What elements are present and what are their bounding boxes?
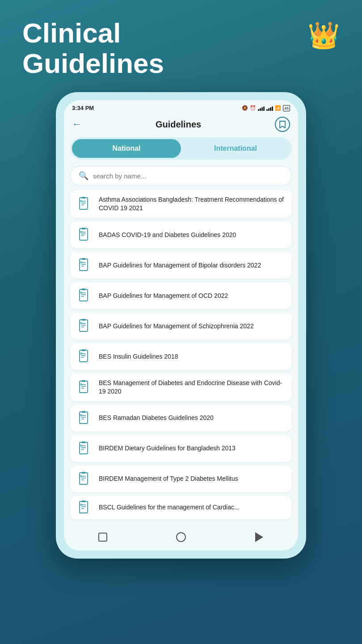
guideline-icon	[76, 257, 93, 273]
search-input[interactable]	[93, 172, 283, 180]
guideline-text: BAP Guidelines for Management of Bipolar…	[99, 261, 261, 270]
svg-rect-25	[82, 319, 85, 321]
guidelines-list: Asthma Associations Bangladesh: Treatmen…	[64, 190, 298, 525]
top-bar: ← Guidelines	[64, 114, 298, 137]
svg-rect-35	[80, 353, 82, 354]
svg-rect-48	[80, 442, 88, 454]
guideline-text: BAP Guidelines for Management of OCD 202…	[99, 292, 228, 300]
signal-bar-1	[258, 106, 265, 111]
svg-rect-53	[80, 445, 82, 446]
svg-rect-18	[80, 289, 88, 301]
list-item[interactable]: BAP Guidelines for Management of Bipolar…	[70, 252, 292, 279]
guideline-icon	[76, 379, 93, 395]
nav-back-button[interactable]	[253, 531, 265, 543]
guideline-text: BSCL Guidelines for the management of Ca…	[99, 503, 240, 512]
clock-icon: ⏰	[250, 105, 256, 111]
svg-rect-31	[82, 349, 85, 351]
svg-rect-65	[80, 504, 82, 505]
svg-rect-43	[82, 411, 85, 413]
svg-rect-54	[80, 473, 88, 484]
guideline-icon	[76, 227, 93, 243]
nav-home-button[interactable]	[97, 531, 109, 543]
guideline-text: Asthma Associations Bangladesh: Treatmen…	[99, 195, 286, 212]
svg-rect-17	[80, 262, 82, 263]
svg-rect-41	[80, 384, 82, 385]
svg-rect-6	[80, 229, 88, 240]
nav-menu-button[interactable]	[175, 531, 187, 543]
status-bar: 3:34 PM 🔕 ⏰ 📶 46	[64, 100, 298, 114]
bookmark-icon	[279, 120, 286, 128]
svg-rect-37	[82, 380, 85, 382]
svg-rect-60	[80, 501, 88, 513]
crown-icon: 👑	[307, 20, 340, 51]
list-item[interactable]: BIRDEM Dietary Guidelines for Bangladesh…	[70, 435, 292, 462]
svg-rect-13	[82, 258, 85, 260]
svg-rect-1	[82, 197, 85, 199]
list-item[interactable]: BAP Guidelines for Management of Schizop…	[70, 313, 292, 339]
svg-rect-30	[80, 350, 88, 362]
svg-rect-0	[80, 198, 88, 209]
guideline-icon	[76, 348, 93, 364]
svg-rect-24	[80, 320, 88, 331]
bookmark-button[interactable]	[275, 117, 290, 132]
guideline-icon	[76, 441, 93, 457]
svg-rect-36	[80, 381, 88, 393]
guideline-text: BES Ramadan Diabetes Guidelines 2020	[99, 414, 214, 422]
svg-rect-61	[82, 500, 85, 502]
svg-rect-7	[82, 228, 85, 229]
phone-inner: 3:34 PM 🔕 ⏰ 📶 46	[64, 100, 298, 551]
status-icons: 🔕 ⏰ 📶 46	[242, 105, 290, 111]
list-item[interactable]: BES Management of Diabetes and Endocrine…	[70, 373, 292, 401]
alarm-icon: 🔕	[242, 105, 248, 111]
back-button[interactable]: ←	[72, 119, 82, 130]
list-item[interactable]: BIRDEM Management of Type 2 Diabetes Mel…	[70, 466, 292, 492]
nav-square-icon	[98, 533, 107, 542]
guideline-text: BADAS COVID-19 and Diabetes Guidelines 2…	[99, 231, 236, 239]
guideline-text: BIRDEM Management of Type 2 Diabetes Mel…	[99, 475, 238, 483]
svg-rect-11	[80, 231, 82, 233]
page-header: Clinical Guidelines 👑	[0, 0, 362, 88]
guideline-text: BES Management of Diabetes and Endocrine…	[99, 379, 286, 396]
svg-rect-55	[82, 472, 85, 474]
svg-rect-5	[80, 200, 82, 202]
svg-rect-29	[80, 322, 82, 324]
bottom-nav	[64, 525, 298, 551]
svg-rect-49	[82, 441, 85, 443]
svg-rect-42	[80, 412, 88, 424]
search-box: 🔍	[70, 166, 292, 186]
guideline-text: BIRDEM Dietary Guidelines for Bangladesh…	[99, 444, 236, 453]
nav-triangle-icon	[255, 532, 263, 542]
guideline-icon	[76, 196, 93, 212]
status-time: 3:34 PM	[72, 105, 94, 111]
svg-rect-23	[80, 292, 82, 293]
tab-national[interactable]: National	[72, 139, 181, 158]
svg-rect-47	[80, 415, 82, 416]
list-item[interactable]: BADAS COVID-19 and Diabetes Guidelines 2…	[70, 221, 292, 248]
tab-international[interactable]: International	[181, 139, 290, 158]
guideline-icon	[76, 288, 93, 304]
list-item[interactable]: BAP Guidelines for Management of OCD 202…	[70, 282, 292, 309]
guideline-icon	[76, 318, 93, 334]
guideline-icon	[76, 500, 93, 516]
list-item[interactable]: BES Insulin Guidelines 2018	[70, 343, 292, 370]
page-title: Clinical Guidelines	[22, 18, 164, 79]
search-icon: 🔍	[79, 171, 88, 181]
guideline-icon	[76, 410, 93, 426]
battery-icon: 46	[283, 105, 290, 111]
list-item[interactable]: BES Ramadan Diabetes Guidelines 2020	[70, 405, 292, 432]
list-item[interactable]: BSCL Guidelines for the management of Ca…	[70, 496, 292, 519]
guideline-icon	[76, 471, 93, 487]
list-item[interactable]: Asthma Associations Bangladesh: Treatmen…	[70, 190, 292, 218]
guideline-text: BAP Guidelines for Management of Schizop…	[99, 322, 254, 330]
wifi-icon: 📶	[275, 105, 281, 111]
signal-bar-2	[266, 106, 273, 111]
svg-rect-12	[80, 259, 88, 271]
svg-rect-59	[80, 475, 82, 477]
nav-circle-icon	[176, 532, 186, 542]
tab-switcher: National International	[70, 137, 292, 160]
guideline-text: BES Insulin Guidelines 2018	[99, 352, 178, 361]
svg-rect-19	[82, 288, 85, 290]
screen-title: Guidelines	[156, 119, 201, 130]
phone-frame: 3:34 PM 🔕 ⏰ 📶 46	[56, 92, 306, 559]
